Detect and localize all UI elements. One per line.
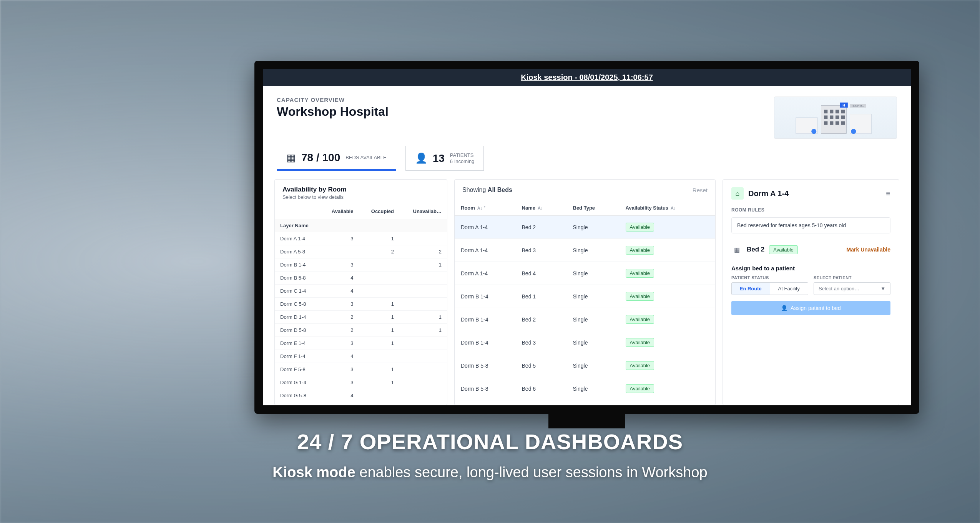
- svg-rect-5: [835, 110, 839, 113]
- stat-patients[interactable]: 👤 13 PATIENTS 6 Incoming: [405, 146, 484, 171]
- svg-rect-0: [821, 105, 847, 133]
- toggle-en-route[interactable]: En Route: [732, 283, 770, 295]
- toggle-at-facility[interactable]: At Facility: [770, 283, 808, 295]
- room-row[interactable]: Dorm F 5-8 3 1: [275, 363, 447, 376]
- sort-icon[interactable]: A↓ ˅: [477, 206, 486, 210]
- room-name: Dorm F 1-4: [275, 350, 319, 363]
- select-patient-label: SELECT PATIENT: [814, 275, 890, 280]
- svg-rect-4: [830, 110, 833, 113]
- bed-name: Bed 4: [516, 262, 567, 285]
- mark-unavailable-link[interactable]: Mark Unavailable: [847, 247, 890, 253]
- room-occupied: [359, 258, 399, 271]
- availability-by-room-panel: Availability by Room Select below to vie…: [274, 179, 447, 405]
- room-rules-label: ROOM RULES: [723, 205, 899, 215]
- svg-rect-7: [824, 115, 827, 119]
- monitor-stand: [548, 405, 625, 428]
- page-title: Workshop Hospital: [277, 105, 389, 119]
- bed-type: Single: [567, 239, 620, 262]
- room-row[interactable]: Dorm C 5-8 3 1: [275, 298, 447, 311]
- room-row[interactable]: Dorm E 1-4 3 1: [275, 337, 447, 350]
- bed-type: Single: [567, 331, 620, 354]
- bed-room: Dorm A 1-4: [455, 216, 516, 239]
- room-unavailable: [399, 376, 447, 389]
- hospital-illustration: H: [774, 97, 897, 139]
- svg-rect-9: [835, 115, 839, 119]
- room-name: Dorm B 1-4: [275, 258, 319, 271]
- room-row[interactable]: Dorm A 5-8 2 2: [275, 245, 447, 258]
- col-empty[interactable]: [275, 204, 319, 219]
- room-name: Dorm G 1-4: [275, 376, 319, 389]
- room-available: [319, 245, 359, 258]
- room-row[interactable]: Dorm B 1-4 3 1: [275, 258, 447, 271]
- room-occupied: 1: [359, 402, 399, 405]
- bed-row[interactable]: Dorm B 1-4 Bed 2 Single Available: [455, 308, 715, 331]
- room-row[interactable]: Dorm A 1-4 3 1: [275, 232, 447, 245]
- assign-patient-button[interactable]: 👤 Assign patient to bed: [731, 301, 890, 315]
- col-room[interactable]: RoomA↓ ˅: [455, 200, 516, 216]
- room-occupied: 1: [359, 324, 399, 337]
- room-available: 3: [319, 337, 359, 350]
- room-row[interactable]: Dorm D 1-4 2 1 1: [275, 311, 447, 324]
- room-unavailable: [399, 350, 447, 363]
- room-available: 3: [319, 298, 359, 311]
- detail-bed-status: Available: [769, 245, 798, 254]
- bed-name: Bed 2: [516, 308, 567, 331]
- reset-link[interactable]: Reset: [693, 187, 708, 193]
- bed-row[interactable]: Dorm A 1-4 Bed 4 Single Available: [455, 262, 715, 285]
- detail-room-name: Dorm A 1-4: [748, 189, 789, 198]
- room-occupied: 1: [359, 376, 399, 389]
- bed-row[interactable]: Dorm A 1-4 Bed 3 Single Available: [455, 239, 715, 262]
- room-available: 3: [319, 232, 359, 245]
- room-occupied: 2: [359, 245, 399, 258]
- room-available: 2: [319, 324, 359, 337]
- room-occupied: [359, 389, 399, 402]
- menu-icon[interactable]: ≡: [886, 189, 890, 198]
- stat-beds-available[interactable]: ▦ 78 / 100 BEDS AVAILABLE: [277, 146, 396, 171]
- room-row[interactable]: Dorm B 5-8 4: [275, 271, 447, 285]
- status-badge: Available: [626, 246, 654, 255]
- bed-row[interactable]: Dorm A 1-4 Bed 2 Single Available: [455, 216, 715, 239]
- monitor-frame: Kiosk session - 08/01/2025, 11:06:57 CAP…: [254, 61, 919, 414]
- col-name[interactable]: NameA↓: [516, 200, 567, 216]
- stat-patients-sub: 6 Incoming: [450, 158, 475, 164]
- room-name: Dorm H 1-4: [275, 402, 319, 405]
- room-detail-panel: ⌂ Dorm A 1-4 ≡ ROOM RULES Bed reserved f…: [723, 179, 899, 405]
- marketing-headline: 24 / 7 OPERATIONAL DASHBOARDS: [0, 429, 980, 454]
- bed-row[interactable]: Dorm B 1-4 Bed 3 Single Available: [455, 331, 715, 354]
- bed-row[interactable]: Dorm B 1-4 Bed 1 Single Available: [455, 285, 715, 308]
- room-available: 4: [319, 389, 359, 402]
- col-available[interactable]: Available: [319, 204, 359, 219]
- room-occupied: 1: [359, 311, 399, 324]
- bed-row[interactable]: Dorm B 5-8 Bed 5 Single Available: [455, 354, 715, 377]
- sort-icon[interactable]: A↓: [671, 206, 676, 210]
- status-badge: Available: [626, 292, 654, 301]
- stat-patients-value: 13: [433, 152, 445, 165]
- room-row[interactable]: Dorm C 1-4 4: [275, 285, 447, 298]
- marketing-subtitle: Kiosk mode enables secure, long-lived us…: [0, 464, 980, 481]
- select-patient-dropdown[interactable]: Select an option… ▼: [814, 282, 890, 295]
- svg-text:HOSPITAL: HOSPITAL: [852, 105, 864, 107]
- svg-rect-11: [824, 121, 827, 125]
- room-unavailable: [399, 389, 447, 402]
- detail-bed-name: Bed 2: [747, 246, 764, 253]
- room-name: Dorm D 1-4: [275, 311, 319, 324]
- room-row[interactable]: Dorm G 5-8 4: [275, 389, 447, 402]
- bed-room: Dorm A 1-4: [455, 262, 516, 285]
- sort-icon[interactable]: A↓: [538, 206, 543, 210]
- chevron-down-icon: ▼: [880, 286, 885, 291]
- col-unavailable[interactable]: Unavailab…: [399, 204, 447, 219]
- room-row[interactable]: Dorm F 1-4 4: [275, 350, 447, 363]
- col-bed-type[interactable]: Bed Type: [567, 200, 620, 216]
- room-unavailable: [399, 271, 447, 285]
- room-row[interactable]: Dorm G 1-4 3 1: [275, 376, 447, 389]
- room-row[interactable]: Dorm D 5-8 2 1 1: [275, 324, 447, 337]
- person-icon: 👤: [415, 152, 427, 164]
- room-row[interactable]: Dorm H 1-4 3 1: [275, 402, 447, 405]
- col-status[interactable]: Availability StatusA↓: [620, 200, 715, 216]
- status-badge: Available: [626, 361, 654, 370]
- col-occupied[interactable]: Occupied: [359, 204, 399, 219]
- bed-row[interactable]: Dorm B 5-8 Bed 6 Single Available: [455, 377, 715, 400]
- bed-type: Single: [567, 262, 620, 285]
- room-occupied: 1: [359, 363, 399, 376]
- bed-name: Bed 1: [516, 285, 567, 308]
